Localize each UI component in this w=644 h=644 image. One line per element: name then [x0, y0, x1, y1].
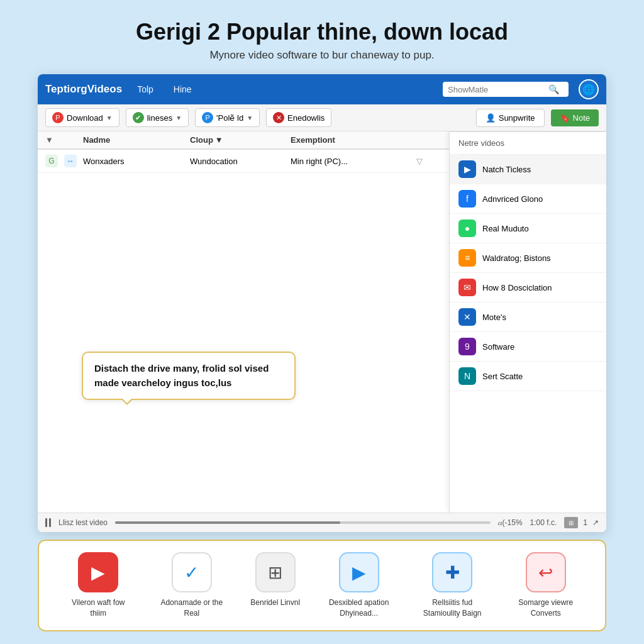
- poleld-icon: P: [202, 112, 213, 123]
- dropdown-icon-1: f: [458, 190, 476, 208]
- search-input[interactable]: [448, 85, 548, 94]
- app-logo: TeptiorgVideos: [45, 83, 122, 96]
- bottom-icon-5: ↩: [526, 552, 566, 592]
- tooltip-text: Distach the drive many, frolid sol vised…: [94, 363, 269, 388]
- status-label: Llisz lest video: [58, 518, 108, 527]
- sunpwrite-button[interactable]: 👤 Sunpwrite: [476, 109, 545, 127]
- tooltip-bubble: Distach the drive many, frolid sol vised…: [82, 352, 296, 400]
- dropdown-label-6: Software: [482, 342, 514, 352]
- status-icons: ⊞ 1 ↗: [564, 517, 599, 528]
- status-bar: Llisz lest video 𝛼(-15% 1:00 f.c. ⊞ 1 ↗: [38, 513, 606, 532]
- pause-button[interactable]: [45, 518, 51, 527]
- dropdown-item-3[interactable]: ≡ Waldratog; Bistons: [450, 243, 606, 273]
- col-exemption: Exemptiont: [291, 135, 416, 145]
- cloup-label: Cloup: [190, 135, 213, 145]
- menu-item-tolp[interactable]: Tolp: [132, 82, 158, 97]
- table-area: ▼ Nadme Cloup ▼ Exemptiont G ↔ Wonxaders…: [38, 131, 449, 513]
- bottom-icon-1: ✓: [172, 552, 212, 592]
- dropdown-item-0[interactable]: ▶ Natch Ticless: [450, 155, 606, 184]
- poleld-label: 'Polẽ ld: [216, 113, 243, 123]
- menu-item-hine[interactable]: Hine: [169, 82, 197, 97]
- table-row[interactable]: G ↔ Wonxaders Wundocation Min right (PC)…: [38, 150, 449, 173]
- bottom-icon-2: ⊞: [255, 552, 296, 592]
- row-filter-icon[interactable]: ▽: [416, 157, 441, 166]
- bottom-icon-3: ▶: [339, 552, 379, 592]
- col-cloup[interactable]: Cloup ▼: [190, 135, 291, 145]
- bottom-label-5: Somarge viewre Converts: [511, 597, 580, 619]
- dropdown-item-5[interactable]: ✕ Mote's: [450, 303, 606, 332]
- bottom-icon-0: ▶: [78, 552, 118, 592]
- dropdown-item-7[interactable]: N Sert Scatte: [450, 362, 606, 391]
- bottom-icon-4: ✚: [432, 552, 472, 592]
- poleld-button[interactable]: P 'Polẽ ld ▼: [195, 108, 260, 127]
- cloup-sort-icon: ▼: [215, 135, 223, 145]
- dropdown-item-2[interactable]: ● Real Muduto: [450, 214, 606, 243]
- bottom-label-2: Benridel Linvnl: [250, 597, 300, 608]
- page-title: Gerigi 2 Popular thine, down locad: [136, 19, 508, 45]
- dropdown-icon-2: ●: [458, 219, 476, 237]
- bottom-label-4: Rellsiitis fud Stamioulity Baign: [418, 597, 487, 619]
- bottom-section: ▶ Vileron waft fow thiim ✓ Adonamade or …: [38, 540, 606, 631]
- dropdown-icon-5: ✕: [458, 308, 476, 326]
- progress-bar[interactable]: [115, 521, 491, 524]
- dropdown-icon-3: ≡: [458, 249, 476, 267]
- bottom-item-0: ▶ Vileron waft fow thiim: [64, 552, 133, 619]
- nadme-label: Nadme: [83, 135, 110, 145]
- dropdown-label-7: Sert Scatte: [482, 372, 523, 381]
- col-filter-icon[interactable]: ▼: [45, 135, 64, 145]
- toolbar: P Download ▼ ✔ lineses ▼ P 'Polẽ ld ▼ ✕ …: [38, 104, 606, 131]
- dropdown-icon-7: N: [458, 367, 476, 385]
- col-nadme[interactable]: Nadme: [83, 135, 190, 145]
- row-icon-g: G: [45, 155, 58, 167]
- bottom-label-3: Desxibled apation Dhyinead...: [325, 597, 394, 619]
- lineses-label: lineses: [147, 113, 172, 123]
- search-box: 🔍: [443, 82, 569, 97]
- note-icon: 🔖: [560, 113, 570, 123]
- menu-bar: TeptiorgVideos Tolp Hine 🔍 🌐: [38, 74, 606, 104]
- app-window: TeptiorgVideos Tolp Hine 🔍 🌐 P Download …: [38, 74, 606, 532]
- dropdown-label-0: Natch Ticless: [482, 165, 531, 174]
- poleld-chevron: ▼: [247, 114, 253, 121]
- row-group: Wundocation: [190, 157, 291, 166]
- dropdown-item-4[interactable]: ✉ How 8 Dosciclation: [450, 273, 606, 303]
- bottom-item-4: ✚ Rellsiitis fud Stamioulity Baign: [418, 552, 487, 619]
- bottom-item-5: ↩ Somarge viewre Converts: [511, 552, 580, 619]
- download-icon: P: [52, 112, 64, 123]
- globe-button[interactable]: 🌐: [579, 79, 599, 99]
- col-empty: [64, 135, 83, 145]
- bottom-label-0: Vileron waft fow thiim: [64, 597, 133, 619]
- cursor-icon: ↗: [592, 518, 599, 527]
- progress-fill: [115, 521, 340, 524]
- enedowlis-button[interactable]: ✕ Enedowlis: [266, 108, 331, 127]
- dropdown-label-4: How 8 Dosciclation: [482, 283, 552, 292]
- dropdown-item-6[interactable]: 9 Software: [450, 332, 606, 362]
- enedowlis-label: Enedowlis: [287, 113, 325, 123]
- row-icon-arrow: ↔: [64, 155, 77, 167]
- col-extra: [416, 135, 441, 145]
- dropdown-label-5: Mote's: [482, 313, 506, 322]
- user-icon: 👤: [486, 113, 496, 123]
- enedowlis-icon: ✕: [273, 112, 284, 123]
- download-button[interactable]: P Download ▼: [45, 108, 119, 127]
- note-button[interactable]: 🔖 Note: [551, 109, 599, 126]
- lineses-button[interactable]: ✔ lineses ▼: [126, 108, 189, 127]
- dropdown-header: Netre videos: [450, 132, 606, 155]
- page-subtitle: Mynore video software to bur chaneway to…: [209, 49, 434, 62]
- download-chevron: ▼: [106, 114, 113, 121]
- dropdown-label-3: Waldratog; Bistons: [482, 253, 551, 263]
- download-label: Download: [67, 113, 103, 123]
- dropdown-item-1[interactable]: f Adnvriced Glono: [450, 184, 606, 214]
- lineses-icon: ✔: [133, 112, 144, 123]
- table-header: ▼ Nadme Cloup ▼ Exemptiont: [38, 131, 449, 150]
- dropdown-icon-4: ✉: [458, 279, 476, 296]
- dropdown-label-1: Adnvriced Glono: [482, 194, 543, 204]
- dropdown-icon-6: 9: [458, 338, 476, 355]
- bottom-label-1: Adonamade or the Real: [157, 597, 226, 619]
- status-time: 1:00 f.c.: [530, 518, 557, 527]
- bottom-item-3: ▶ Desxibled apation Dhyinead...: [325, 552, 394, 619]
- status-speed: 𝛼(-15%: [498, 518, 523, 527]
- note-label: Note: [573, 113, 590, 123]
- sunpwrite-label: Sunpwrite: [499, 113, 535, 123]
- dropdown-label-2: Real Muduto: [482, 224, 529, 233]
- status-count: 1: [583, 518, 587, 527]
